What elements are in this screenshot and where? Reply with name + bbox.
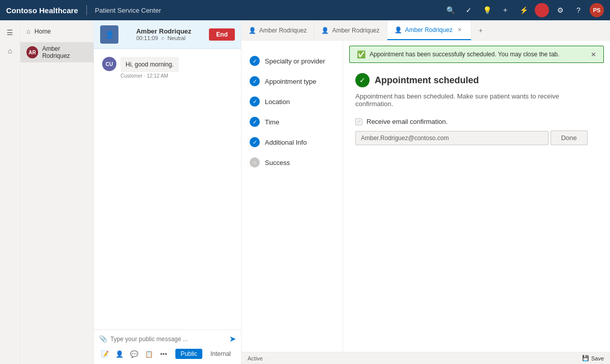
- tab-amber-3[interactable]: 👤 Amber Rodriquez ✕: [387, 20, 471, 40]
- step-icon-success: ○: [250, 157, 260, 168]
- appointment-success-icon: ✓: [355, 73, 370, 87]
- save-label: Save: [591, 355, 604, 361]
- conversation-header: 👤 Amber Rodriquez 00:11:09 ○ Neutral End: [94, 20, 241, 49]
- appointment-title: Appointment scheduled: [375, 75, 479, 86]
- send-button[interactable]: ➤: [229, 334, 236, 344]
- step-icon-additional-info: ✓: [250, 137, 260, 147]
- settings-icon[interactable]: ⚙: [553, 3, 567, 17]
- public-tab-button[interactable]: Public: [175, 349, 202, 359]
- topbar-subtitle: Patient Service Center: [95, 7, 161, 14]
- banner-text: Appointment has been successfully schedu…: [370, 51, 560, 58]
- tab-amber-1[interactable]: 👤 Amber Rodriquez: [241, 20, 314, 40]
- email-input-field[interactable]: [355, 131, 548, 145]
- agent-name: Amber Rodriquez: [42, 45, 87, 59]
- conversation-meta: 00:11:09 ○ Neutral: [136, 35, 191, 41]
- notification-badge[interactable]: [535, 3, 549, 17]
- input-row: 📎 ➤: [99, 334, 236, 344]
- tab-amber-2[interactable]: 👤 Amber Rodriquez: [314, 20, 387, 40]
- conversation-customer-name: Amber Rodriquez: [136, 27, 191, 35]
- filter-icon[interactable]: ⚡: [516, 3, 531, 17]
- conversation-type-icon: 👤: [100, 25, 118, 44]
- done-button[interactable]: Done: [551, 130, 588, 145]
- home-icon[interactable]: ⌂: [2, 43, 18, 59]
- tabs-main: 👤 Amber Rodriquez 👤 Amber Rodriquez 👤 Am…: [241, 20, 610, 364]
- home-label: Home: [35, 28, 51, 35]
- sidebar-nav: ☰ ⌂: [0, 20, 20, 364]
- wizard-step-additional-info[interactable]: ✓ Additional Info: [241, 132, 343, 152]
- home-nav-icon: ⌂: [26, 27, 30, 35]
- checkmark-icon[interactable]: ✓: [462, 3, 476, 17]
- sidebar-item-home[interactable]: ⌂ Home: [20, 24, 94, 38]
- message-input[interactable]: [110, 336, 226, 343]
- wizard-step-appointment-type[interactable]: ✓ Appointment type: [241, 71, 343, 91]
- message-text: Hi, good morning.: [120, 57, 179, 72]
- main-content-panel: ✅ Appointment has been successfully sche…: [343, 41, 610, 352]
- conversation-status: Neutral: [167, 35, 185, 41]
- conversation-header-info: Amber Rodriquez 00:11:09 ○ Neutral: [136, 27, 191, 41]
- status-bar: Active 💾 Save: [241, 352, 610, 364]
- appointment-scheduled-section: ✓ Appointment scheduled Appointment has …: [343, 63, 610, 166]
- contact-icon[interactable]: 👤: [114, 348, 126, 360]
- email-confirm-label: Receive email confirmation.: [367, 118, 448, 125]
- message-item: CU Hi, good morning. Customer · 12:12 AM: [102, 57, 233, 79]
- tab-label-1: Amber Rodriquez: [259, 27, 307, 34]
- step-icon-specialty: ✓: [250, 56, 260, 66]
- step-label-location: Location: [265, 98, 290, 106]
- wizard-step-time[interactable]: ✓ Time: [241, 112, 343, 132]
- main-layout: ☰ ⌂ ⌂ Home AR Amber Rodriquez 👤 Amber Ro…: [0, 20, 610, 364]
- step-label-appointment-type: Appointment type: [265, 78, 316, 85]
- step-icon-time: ✓: [250, 117, 260, 127]
- status-active-label: Active: [248, 355, 263, 361]
- agent-avatar: AR: [26, 46, 38, 58]
- step-label-additional-info: Additional Info: [265, 139, 307, 146]
- step-icon-location: ✓: [250, 96, 260, 107]
- tabs-bar: 👤 Amber Rodriquez 👤 Amber Rodriquez 👤 Am…: [241, 20, 610, 41]
- help-icon[interactable]: ?: [571, 3, 586, 17]
- internal-tab-button[interactable]: Internal: [205, 349, 236, 359]
- topbar: Contoso Healthcare Patient Service Cente…: [0, 0, 610, 20]
- tab-label-3: Amber Rodriquez: [405, 26, 452, 34]
- success-banner: ✅ Appointment has been successfully sche…: [349, 46, 604, 63]
- wizard-step-location[interactable]: ✓ Location: [241, 91, 343, 112]
- transcript-icon[interactable]: 📋: [143, 348, 155, 360]
- step-icon-appointment-type: ✓: [250, 76, 260, 86]
- tab-person-icon-1: 👤: [249, 27, 256, 34]
- wizard-steps: ✓ Specialty or provider ✓ Appointment ty…: [241, 41, 343, 352]
- wizard-step-success[interactable]: ○ Success: [241, 152, 343, 173]
- lightbulb-icon[interactable]: 💡: [480, 3, 494, 17]
- left-panel: ⌂ Home AR Amber Rodriquez: [20, 20, 94, 364]
- conversation-status-icon: ○: [161, 35, 165, 41]
- agent-item[interactable]: AR Amber Rodriquez: [20, 42, 94, 62]
- more-icon[interactable]: •••: [158, 348, 169, 360]
- banner-close-button[interactable]: ✕: [591, 51, 596, 58]
- email-confirmation-row: ✓ Receive email confirmation.: [355, 118, 598, 125]
- tab-person-icon-3: 👤: [394, 26, 402, 34]
- tab-add-button[interactable]: ＋: [471, 20, 490, 40]
- plus-icon[interactable]: ＋: [498, 3, 512, 17]
- end-call-button[interactable]: End: [209, 28, 235, 41]
- save-icon: 💾: [582, 355, 589, 361]
- tab-person-icon-2: 👤: [321, 27, 329, 34]
- attachment-icon[interactable]: 📎: [99, 335, 107, 343]
- search-icon[interactable]: 🔍: [443, 3, 458, 17]
- conversation-toolbar: 📝 👤 💬 📋 ••• Public Internal: [99, 344, 236, 360]
- user-avatar[interactable]: PS: [590, 3, 604, 17]
- hamburger-icon[interactable]: ☰: [2, 24, 18, 41]
- wizard-step-specialty[interactable]: ✓ Specialty or provider: [241, 51, 343, 71]
- notes-icon[interactable]: 📝: [99, 348, 111, 360]
- tab-label-2: Amber Rodriquez: [332, 27, 379, 34]
- chat-icon[interactable]: 💬: [129, 348, 140, 360]
- conversation-panel: 👤 Amber Rodriquez 00:11:09 ○ Neutral End…: [94, 20, 241, 364]
- save-button-status[interactable]: 💾 Save: [582, 355, 604, 361]
- message-content: Hi, good morning. Customer · 12:12 AM: [120, 57, 179, 79]
- conversation-timer: 00:11:09: [136, 35, 158, 41]
- message-avatar: CU: [102, 57, 116, 71]
- conversation-input-area: 📎 ➤ 📝 👤 💬 📋 ••• Public Internal: [94, 329, 241, 364]
- tab-close-button[interactable]: ✕: [455, 26, 464, 34]
- step-label-time: Time: [265, 118, 279, 126]
- appointment-subtitle: Appointment has been scheduled. Make sur…: [355, 92, 598, 108]
- brand-name: Contoso Healthcare: [6, 6, 78, 15]
- email-confirm-checkbox[interactable]: ✓: [355, 118, 362, 125]
- message-time: Customer · 12:12 AM: [120, 73, 179, 79]
- step-label-specialty: Specialty or provider: [265, 57, 325, 65]
